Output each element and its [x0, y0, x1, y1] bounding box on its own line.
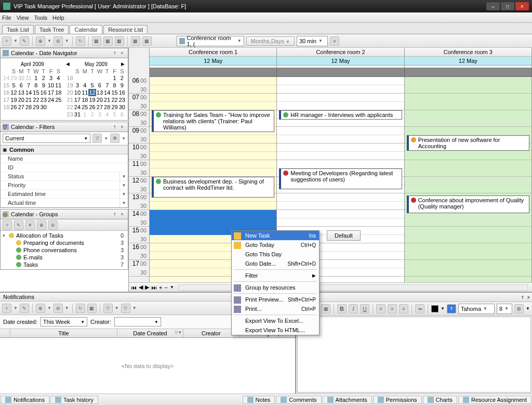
calendar-day[interactable]: 24 [47, 96, 55, 103]
interval-combo[interactable]: 30 min ▼ [297, 36, 328, 46]
calendar-day[interactable]: 19 [66, 82, 74, 89]
calendar-day[interactable]: 2 [118, 74, 126, 82]
calendar-day[interactable] [88, 74, 96, 82]
calendar-day[interactable]: 6 [118, 111, 126, 118]
tool-btn[interactable]: ▦ [103, 36, 113, 46]
calendar-day[interactable]: 4 [55, 74, 62, 82]
calendar-event[interactable]: Conference about improvement of Quality … [407, 195, 529, 213]
tab-task-tree[interactable]: Task Tree [35, 25, 69, 34]
tab-resource-list[interactable]: Resource List [103, 25, 148, 34]
calendar-day[interactable]: 30 [40, 103, 47, 111]
calendar-event[interactable]: HR manager - Interviews with applicants [279, 110, 402, 120]
calendar-day[interactable]: 23 [66, 111, 74, 118]
group-tool-icon[interactable]: ⊖ [48, 220, 58, 230]
tool-btn[interactable]: ⊕ [36, 36, 45, 46]
calendar-day[interactable]: 14 [25, 89, 32, 96]
add-icon[interactable]: + [159, 284, 162, 291]
context-menu-item[interactable]: Group by resources [232, 283, 319, 292]
calendar-day[interactable]: 29 [111, 103, 118, 111]
calendar-day[interactable]: 10 [74, 89, 81, 96]
calendar-day[interactable]: 12 [88, 89, 96, 96]
status-tab[interactable]: Notifications [1, 396, 49, 404]
calendar-day[interactable]: 5 [10, 82, 17, 89]
calendar-day[interactable]: 17 [47, 89, 55, 96]
status-tab[interactable]: Attachments [323, 396, 372, 404]
view-mode-button[interactable]: Months,Days ▼ [246, 36, 295, 46]
menu-file[interactable]: File [2, 15, 11, 21]
calendar-day[interactable]: 10 [47, 82, 55, 89]
status-tab[interactable]: Permissions [373, 396, 422, 404]
calendar-day[interactable]: 23 [118, 96, 126, 103]
calendar-day[interactable] [74, 74, 81, 82]
calendar-day[interactable]: 20 [96, 96, 103, 103]
align-left-icon[interactable]: ≡ [376, 304, 385, 313]
filter-dropdown-icon[interactable]: ▼ [119, 172, 128, 180]
calendar-day[interactable]: 18 [66, 74, 74, 82]
col-icon[interactable] [0, 329, 10, 337]
tool-btn[interactable]: ≡ [330, 36, 339, 46]
calendar-day[interactable]: 16 [40, 89, 47, 96]
list-icon[interactable]: ≔ [415, 304, 424, 313]
calendar-day[interactable]: 9 [118, 82, 126, 89]
resource-combo[interactable]: Conference room 1, ( ▼ [177, 36, 244, 46]
calendar-day[interactable]: 30 [18, 74, 25, 82]
calendar-day[interactable]: 20 [66, 89, 74, 96]
refresh-icon[interactable]: ↻ [76, 36, 85, 46]
col-date-created[interactable]: Date Created▽▼ [117, 329, 183, 337]
calendar-day[interactable]: 15 [32, 89, 39, 96]
notif-tool-icon[interactable]: ✧ [2, 304, 11, 313]
panel-close-icon[interactable]: × [118, 123, 126, 130]
calendar-day[interactable]: 25 [55, 96, 62, 103]
current-filter-combo[interactable]: Current▼ [3, 134, 90, 143]
tool-btn[interactable]: ⊖ [54, 36, 63, 46]
menu-view[interactable]: View [17, 15, 29, 21]
panel-close-icon[interactable]: × [527, 295, 530, 300]
calendar-event[interactable]: Presentation of new software for Account… [407, 135, 529, 151]
context-menu-item[interactable]: Goto Date...Shift+Ctrl+D [232, 259, 319, 268]
font-icon[interactable]: T [447, 304, 456, 313]
group-tool-icon[interactable]: ⊕ [37, 220, 46, 230]
calendar-day[interactable]: 6 [96, 82, 103, 89]
tool-btn[interactable]: ▦ [115, 36, 124, 46]
calendar-day[interactable]: 13 [18, 89, 25, 96]
notif-tool-icon[interactable]: ▦ [87, 304, 97, 313]
context-menu-item[interactable]: Print...Ctrl+P [232, 304, 319, 313]
dropdown-icon[interactable]: ▼ [14, 38, 18, 43]
calendar-day[interactable]: 30 [118, 103, 126, 111]
calendar-day[interactable]: 8 [32, 82, 39, 89]
remove-icon[interactable]: − [164, 284, 167, 291]
room-column[interactable]: Presentation of new software for Account… [405, 77, 532, 282]
room-header[interactable]: Conference room 2 [277, 48, 404, 57]
context-menu-item[interactable]: Export View To Excel... [232, 316, 319, 325]
creator-combo[interactable]: ▼ [114, 317, 161, 326]
group-tree-item[interactable]: ▾Allocation of Tasks0 [3, 232, 126, 239]
last-icon[interactable]: ⏭ [151, 284, 157, 291]
filter-icon[interactable]: ▽ [103, 304, 113, 313]
calendar-day[interactable]: 28 [25, 103, 32, 111]
calendar-day[interactable]: 26 [88, 103, 96, 111]
tool-btn[interactable]: ✎ [20, 36, 29, 46]
calendar-day[interactable]: 3 [96, 111, 103, 118]
status-tab[interactable]: Charts [423, 396, 457, 404]
dropdown-icon[interactable]: ▼ [65, 38, 69, 43]
calendar-day[interactable]: 23 [40, 96, 47, 103]
calendar-day[interactable]: 21 [103, 96, 111, 103]
italic-icon[interactable]: I [349, 304, 358, 313]
calendar-day[interactable]: 26 [10, 103, 17, 111]
calendar-day[interactable]: 1 [81, 111, 88, 118]
calendar-day[interactable]: 27 [96, 103, 103, 111]
calendar-day[interactable]: 21 [25, 96, 32, 103]
font-combo[interactable]: Tahoma▼ [458, 304, 495, 314]
context-menu-item[interactable]: Filter▶ [232, 271, 319, 280]
calendar-day[interactable]: 11 [81, 89, 88, 96]
status-tab[interactable]: Task history [50, 396, 98, 404]
context-menu-item[interactable]: Goto This Day [232, 250, 319, 259]
month-next-icon[interactable]: ▶ [121, 61, 125, 67]
date-created-combo[interactable]: This Week▼ [41, 317, 87, 326]
status-tab[interactable]: Notes [243, 396, 275, 404]
calendar-day[interactable]: 22 [66, 103, 74, 111]
calendar-day[interactable]: 7 [25, 82, 32, 89]
calendar-day[interactable]: 18 [55, 89, 62, 96]
filter-tool-icon[interactable]: ▽ [92, 134, 102, 143]
calendar-day[interactable]: 5 [111, 111, 118, 118]
